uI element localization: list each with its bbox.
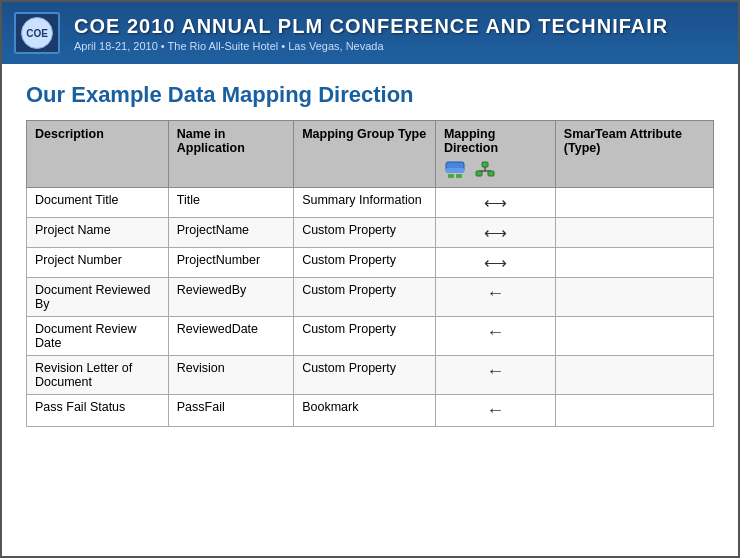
cell-type: Custom Property [294,278,436,317]
table-row: Pass Fail Status PassFail Bookmark ← [27,395,714,427]
cell-type: Custom Property [294,317,436,356]
table-row: Document Reviewed By ReviewedBy Custom P… [27,278,714,317]
cell-name: ProjectNumber [168,248,293,278]
cell-dir: ← [435,356,555,395]
cell-desc: Project Name [27,218,169,248]
col-header-type: Mapping Group Type [294,121,436,188]
cell-name: ProjectName [168,218,293,248]
cell-type: Custom Property [294,356,436,395]
cell-dir: ← [435,317,555,356]
svg-rect-8 [488,171,494,176]
cell-name: ReviewedDate [168,317,293,356]
db-icon [444,159,466,181]
page-title: Our Example Data Mapping Direction [26,82,714,108]
cell-desc: Revision Letter of Document [27,356,169,395]
cell-desc: Document Reviewed By [27,278,169,317]
cell-dir: ⟷ [435,248,555,278]
cell-type: Custom Property [294,218,436,248]
header: COE COE 2010 ANNUAL PLM CONFERENCE AND T… [2,2,738,64]
table-row: Project Number ProjectNumber Custom Prop… [27,248,714,278]
cell-name: Title [168,188,293,218]
logo-text: COE [26,28,48,39]
logo: COE [21,17,53,49]
mapping-table: Description Name in Application Mapping … [26,120,714,427]
cell-name: Revision [168,356,293,395]
cell-dir: ← [435,278,555,317]
logo-box: COE [14,12,60,54]
cell-desc: Project Number [27,248,169,278]
col-header-smart: SmarTeam Attribute (Type) [555,121,713,188]
cell-type: Bookmark [294,395,436,427]
cell-type: Summary Information [294,188,436,218]
cell-smart [555,278,713,317]
svg-rect-2 [448,174,454,178]
cell-smart [555,395,713,427]
tree-icon [474,159,496,181]
cell-smart [555,218,713,248]
col-header-name: Name in Application [168,121,293,188]
conference-title: COE 2010 ANNUAL PLM CONFERENCE AND TECHN… [74,15,668,38]
col-header-desc: Description [27,121,169,188]
cell-dir: ⟷ [435,218,555,248]
svg-rect-4 [482,162,488,167]
cell-smart [555,188,713,218]
conference-subtitle: April 18-21, 2010 • The Rio All-Suite Ho… [74,40,668,52]
cell-desc: Document Title [27,188,169,218]
cell-type: Custom Property [294,248,436,278]
main-content: Our Example Data Mapping Direction Descr… [2,64,738,445]
cell-desc: Pass Fail Status [27,395,169,427]
cell-name: PassFail [168,395,293,427]
table-row: Document Title Title Summary Information… [27,188,714,218]
cell-dir: ⟷ [435,188,555,218]
svg-rect-7 [476,171,482,176]
table-row: Document Review Date ReviewedDate Custom… [27,317,714,356]
table-row: Revision Letter of Document Revision Cus… [27,356,714,395]
cell-smart [555,356,713,395]
svg-rect-3 [456,174,462,178]
cell-smart [555,248,713,278]
cell-smart [555,317,713,356]
cell-desc: Document Review Date [27,317,169,356]
col-header-dir: Mapping Direction [435,121,555,188]
header-text: COE 2010 ANNUAL PLM CONFERENCE AND TECHN… [74,15,668,52]
table-row: Project Name ProjectName Custom Property… [27,218,714,248]
svg-rect-1 [446,168,464,173]
cell-name: ReviewedBy [168,278,293,317]
cell-dir: ← [435,395,555,427]
